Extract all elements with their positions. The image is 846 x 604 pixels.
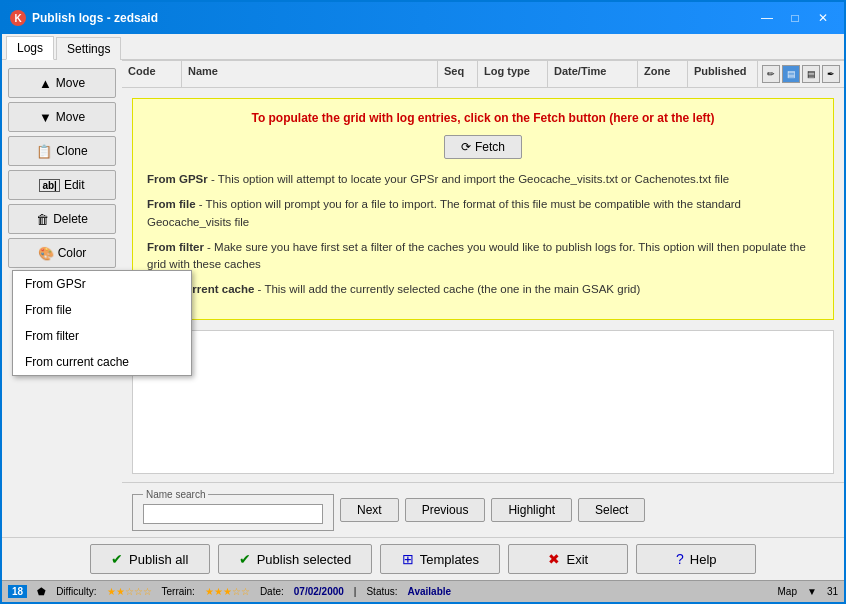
move-up-icon: ▲: [39, 76, 52, 91]
app-icon: K: [10, 10, 26, 26]
info-title: To populate the grid with log entries, c…: [147, 111, 819, 125]
search-fieldset: Name search: [132, 489, 334, 531]
help-label: Help: [690, 552, 717, 567]
map-label: Map: [778, 586, 797, 597]
name-column-header: Name: [182, 61, 438, 87]
from-file-item[interactable]: From file: [13, 297, 191, 323]
menu-bar: Logs Settings: [2, 34, 844, 60]
edit-button[interactable]: ab| Edit: [8, 170, 116, 200]
table-toolbar-icons: ✏ ▤ ▤ ✒: [758, 61, 844, 87]
delete-icon: 🗑: [36, 212, 49, 227]
move-down-label: Move: [56, 110, 85, 124]
date-value: 07/02/2000: [294, 586, 344, 597]
published-column-header: Published: [688, 61, 758, 87]
previous-label: Previous: [422, 503, 469, 517]
fetch-icon: ⟳: [461, 140, 471, 154]
difficulty-label: Difficulty:: [56, 586, 96, 597]
bottom-bar: ✔ Publish all ✔ Publish selected ⊞ Templ…: [2, 537, 844, 580]
fetch-btn-container: ⟳ Fetch: [147, 135, 819, 159]
from-gpsr-section: From GPSr - This option will attempt to …: [147, 171, 819, 188]
status-value: Available: [408, 586, 452, 597]
title-controls: — □ ✕: [754, 8, 836, 28]
info-box: To populate the grid with log entries, c…: [132, 98, 834, 320]
previous-button[interactable]: Previous: [405, 498, 486, 522]
table-header: Code Name Seq Log type Date/Time Zone Pu…: [122, 60, 844, 88]
publish-selected-icon: ✔: [239, 551, 251, 567]
from-gpsr-item[interactable]: From GPSr: [13, 271, 191, 297]
from-gpsr-text: - This option will attempt to locate you…: [211, 173, 729, 185]
main-panel: Code Name Seq Log type Date/Time Zone Pu…: [122, 60, 844, 537]
from-current-cache-item[interactable]: From current cache: [13, 349, 191, 375]
templates-button[interactable]: ⊞ Templates: [380, 544, 500, 574]
fetch-dropdown-menu: From GPSr From file From filter From cur…: [12, 270, 192, 376]
table-body: [132, 330, 834, 475]
from-file-section: From file - This option will prompt you …: [147, 196, 819, 231]
logs-tab[interactable]: Logs: [6, 36, 54, 60]
publish-all-label: Publish all: [129, 552, 188, 567]
table-icon-2[interactable]: ▤: [782, 65, 800, 83]
fetch-button[interactable]: ⟳ Fetch: [444, 135, 522, 159]
select-button[interactable]: Select: [578, 498, 645, 522]
logtype-column-header: Log type: [478, 61, 548, 87]
zone-column-header: Zone: [638, 61, 688, 87]
from-file-text: - This option will prompt you for a file…: [147, 198, 741, 227]
from-filter-section: From filter - Make sure you have first s…: [147, 239, 819, 274]
search-legend: Name search: [143, 489, 208, 500]
settings-tab[interactable]: Settings: [56, 37, 121, 60]
window-title: Publish logs - zedsaid: [32, 11, 158, 25]
clone-icon: 📋: [36, 144, 52, 159]
move-down-icon: ▼: [39, 110, 52, 125]
clone-button[interactable]: 📋 Clone: [8, 136, 116, 166]
from-filter-item[interactable]: From filter: [13, 323, 191, 349]
color-button[interactable]: 🎨 Color: [8, 238, 116, 268]
close-button[interactable]: ✕: [810, 8, 836, 28]
datetime-column-header: Date/Time: [548, 61, 638, 87]
clone-label: Clone: [56, 144, 87, 158]
publish-all-button[interactable]: ✔ Publish all: [90, 544, 210, 574]
star-icon-1: ⬟: [37, 586, 46, 597]
content-area: ▲ Move ▼ Move 📋 Clone ab| Edit 🗑 Delete …: [2, 60, 844, 537]
table-icon-3[interactable]: ▤: [802, 65, 820, 83]
highlight-label: Highlight: [508, 503, 555, 517]
help-icon: ?: [676, 551, 684, 567]
color-label: Color: [58, 246, 87, 260]
search-bar: Name search Next Previous Highlight Sele…: [122, 482, 844, 537]
terrain-stars: ★★★☆☆: [205, 586, 250, 597]
table-icon-4[interactable]: ✒: [822, 65, 840, 83]
from-filter-text: - Make sure you have first set a filter …: [147, 241, 806, 270]
delete-label: Delete: [53, 212, 88, 226]
move-down-button[interactable]: ▼ Move: [8, 102, 116, 132]
next-label: Next: [357, 503, 382, 517]
pipe-sep-1: |: [354, 586, 357, 597]
table-icon-1[interactable]: ✏: [762, 65, 780, 83]
sidebar: ▲ Move ▼ Move 📋 Clone ab| Edit 🗑 Delete …: [2, 60, 122, 537]
main-window: K Publish logs - zedsaid — □ ✕ Logs Sett…: [0, 0, 846, 604]
title-bar-left: K Publish logs - zedsaid: [10, 10, 158, 26]
terrain-label: Terrain:: [162, 586, 195, 597]
search-input[interactable]: [143, 504, 323, 524]
page-number: 31: [827, 586, 838, 597]
fetch-label: Fetch: [475, 140, 505, 154]
publish-selected-button[interactable]: ✔ Publish selected: [218, 544, 373, 574]
highlight-button[interactable]: Highlight: [491, 498, 572, 522]
next-button[interactable]: Next: [340, 498, 399, 522]
move-up-button[interactable]: ▲ Move: [8, 68, 116, 98]
map-dropdown-icon[interactable]: ▼: [807, 586, 817, 597]
exit-button[interactable]: ✖ Exit: [508, 544, 628, 574]
code-column-header: Code: [122, 61, 182, 87]
color-icon: 🎨: [38, 246, 54, 261]
select-label: Select: [595, 503, 628, 517]
from-file-bold: From file: [147, 198, 196, 210]
seq-column-header: Seq: [438, 61, 478, 87]
move-up-label: Move: [56, 76, 85, 90]
help-button[interactable]: ? Help: [636, 544, 756, 574]
difficulty-stars: ★★☆☆☆: [107, 586, 152, 597]
status-bar: 18 ⬟ Difficulty: ★★☆☆☆ Terrain: ★★★☆☆ Da…: [2, 580, 844, 602]
maximize-button[interactable]: □: [782, 8, 808, 28]
delete-button[interactable]: 🗑 Delete: [8, 204, 116, 234]
minimize-button[interactable]: —: [754, 8, 780, 28]
edit-label: Edit: [64, 178, 85, 192]
status-label: Status:: [366, 586, 397, 597]
title-bar: K Publish logs - zedsaid — □ ✕: [2, 2, 844, 34]
from-filter-bold: From filter: [147, 241, 204, 253]
